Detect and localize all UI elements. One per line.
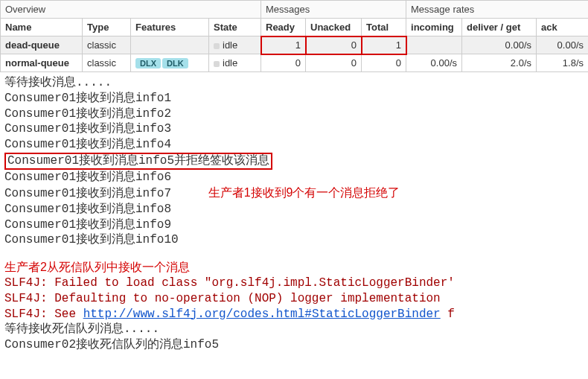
log-line: Consumer01接收到消息info2 (4, 106, 584, 122)
col-name[interactable]: Name (1, 19, 83, 36)
col-ready[interactable]: Ready (261, 19, 306, 36)
queues-table: Overview Messages Message rates Name Typ… (0, 0, 588, 72)
queue-deliver: 0.00/s (462, 36, 537, 54)
queue-unacked: 0 (306, 36, 362, 54)
queue-type: classic (83, 54, 131, 72)
feature-badge-dlk: DLK (162, 58, 188, 69)
log-line: SLF4J: Defaulting to no-operation (NOP) … (4, 291, 584, 307)
col-incoming[interactable]: incoming (406, 19, 462, 36)
queue-unacked: 0 (306, 54, 362, 72)
log-line: SLF4J: Failed to load class "org.slf4j.i… (4, 276, 584, 291)
group-rates: Message rates (406, 1, 588, 19)
table-row[interactable]: dead-queue classic idle 1 0 1 0.00/s 0.0… (1, 36, 589, 54)
column-header-row: Name Type Features State Ready Unacked T… (1, 19, 589, 36)
annotation-text: 生产者2从死信队列中接收一个消息 (4, 260, 584, 276)
highlighted-log: Consumer01接收到消息info5并拒绝签收该消息 (4, 153, 272, 170)
slf4j-link[interactable]: http://www.slf4j.org/codes.html#StaticLo… (83, 308, 441, 321)
queue-ack: 1.8/s (537, 54, 588, 72)
log-line: 等待接收死信队列消息..... (4, 322, 584, 337)
log-line: Consumer01接收到消息info7 生产者1接收到9个有一个消息拒绝了 (4, 185, 584, 202)
queue-incoming (406, 36, 462, 54)
log-line: 等待接收消息..... (4, 75, 584, 91)
feature-badge-dlx: DLX (135, 58, 161, 69)
group-header-row: Overview Messages Message rates (1, 1, 589, 19)
queue-state: idle (209, 36, 261, 54)
state-dot-icon (214, 43, 220, 49)
queue-features (131, 36, 209, 54)
log-line: Consumer01接收到消息info4 (4, 137, 584, 153)
col-ack[interactable]: ack (537, 19, 588, 36)
log-line: Consumer01接收到消息info1 (4, 91, 584, 106)
queue-name[interactable]: dead-queue (1, 36, 83, 54)
queue-deliver: 2.0/s (462, 54, 537, 72)
group-messages: Messages (261, 1, 406, 19)
queue-state: idle (209, 54, 261, 72)
console-output-1: 等待接收消息..... Consumer01接收到消息info1 Consume… (0, 72, 588, 251)
queue-features: DLXDLK (131, 54, 209, 72)
log-line: Consumer01接收到消息info8 (4, 202, 584, 217)
queue-incoming: 0.00/s (406, 54, 462, 72)
queue-type: classic (83, 36, 131, 54)
col-features[interactable]: Features (131, 19, 209, 36)
queue-total: 0 (362, 54, 406, 72)
queue-ready: 0 (261, 54, 306, 72)
annotation-text: 生产者1接收到9个有一个消息拒绝了 (208, 185, 400, 201)
log-line: SLF4J: See http://www.slf4j.org/codes.ht… (4, 307, 584, 322)
log-line: Consumer01接收到消息info6 (4, 170, 584, 185)
queue-total: 1 (362, 36, 406, 54)
log-line: Consumer01接收到消息info3 (4, 121, 584, 137)
col-type[interactable]: Type (83, 19, 131, 36)
table-row[interactable]: normal-queue classic DLXDLK idle 0 0 0 0… (1, 54, 589, 72)
log-line: Consumer01接收到消息info9 (4, 217, 584, 233)
queue-name[interactable]: normal-queue (1, 54, 83, 72)
col-deliver[interactable]: deliver / get (462, 19, 537, 36)
group-overview: Overview (1, 1, 261, 19)
col-state[interactable]: State (209, 19, 261, 36)
col-unacked[interactable]: Unacked (306, 19, 362, 36)
console-output-2: 生产者2从死信队列中接收一个消息 SLF4J: Failed to load c… (0, 257, 588, 356)
log-line: Consumer02接收死信队列的消息info5 (4, 337, 584, 353)
log-line: Consumer01接收到消息info5并拒绝签收该消息 (4, 153, 584, 170)
col-total[interactable]: Total (362, 19, 406, 36)
queue-ack: 0.00/s (537, 36, 588, 54)
log-line: Consumer01接收到消息info10 (4, 232, 584, 248)
queue-ready: 1 (261, 36, 306, 54)
state-dot-icon (214, 61, 220, 67)
